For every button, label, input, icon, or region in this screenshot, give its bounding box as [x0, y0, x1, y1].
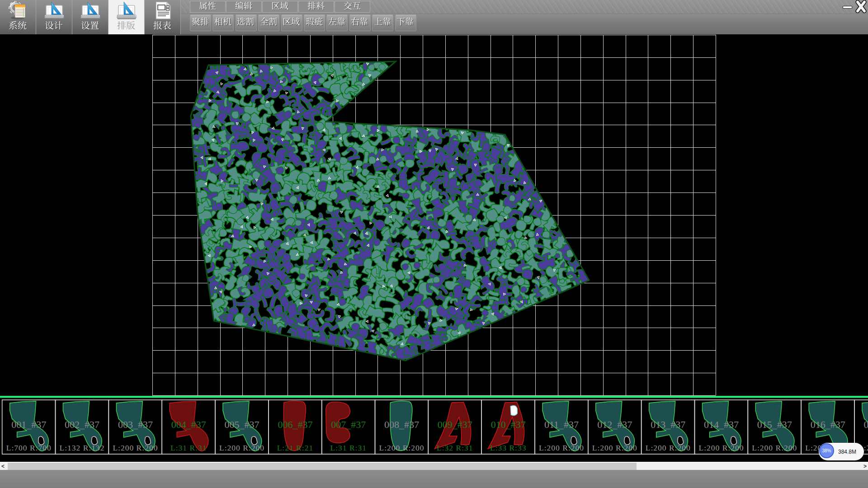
svg-text:017_#37: 017_#37 — [864, 419, 868, 430]
svg-text:015_#37: 015_#37 — [757, 419, 792, 430]
svg-text:006_#37: 006_#37 — [278, 419, 312, 430]
svg-text:L:200 R:200: L:200 R:200 — [699, 443, 744, 452]
svg-text:L:200 R:200: L:200 R:200 — [113, 443, 158, 452]
svg-text:L:200 R:200: L:200 R:200 — [592, 443, 637, 452]
svg-text:011_#37: 011_#37 — [544, 419, 579, 430]
svg-text:L:32 R:31: L:32 R:31 — [437, 443, 473, 452]
svg-text:009_#37: 009_#37 — [438, 419, 472, 430]
svg-text:005_#37: 005_#37 — [225, 419, 259, 430]
svg-text:013_#37: 013_#37 — [651, 419, 685, 430]
svg-text:L:21 R:21: L:21 R:21 — [277, 443, 313, 452]
svg-text:L:200 R:200: L:200 R:200 — [219, 443, 264, 452]
svg-text:L:200 R:200: L:200 R:200 — [752, 443, 797, 452]
svg-text:001_#37: 001_#37 — [11, 419, 46, 430]
svg-text:007_#37: 007_#37 — [331, 419, 366, 430]
svg-text:L:31 R:31: L:31 R:31 — [330, 443, 366, 452]
svg-text:008_#37: 008_#37 — [384, 419, 419, 430]
svg-text:012_#37: 012_#37 — [597, 419, 632, 430]
svg-text:L:31 R:31: L:31 R:31 — [170, 443, 207, 452]
svg-text:L:200 R:200: L:200 R:200 — [646, 443, 691, 452]
svg-text:004_#37: 004_#37 — [171, 419, 206, 430]
svg-text:L:33 R:33: L:33 R:33 — [490, 443, 526, 452]
svg-text:003_#37: 003_#37 — [118, 419, 153, 430]
svg-text:002_#37: 002_#37 — [65, 419, 99, 430]
svg-text:L:132 R:132: L:132 R:132 — [60, 443, 105, 452]
svg-text:014_#37: 014_#37 — [704, 419, 739, 430]
svg-text:016_#37: 016_#37 — [811, 419, 845, 430]
svg-text:L:200 R:200: L:200 R:200 — [379, 443, 425, 452]
svg-text:L:700 R:700: L:700 R:700 — [6, 443, 52, 452]
svg-text:L:200 R:200: L:200 R:200 — [539, 443, 584, 452]
svg-text:010_#37: 010_#37 — [491, 419, 526, 430]
